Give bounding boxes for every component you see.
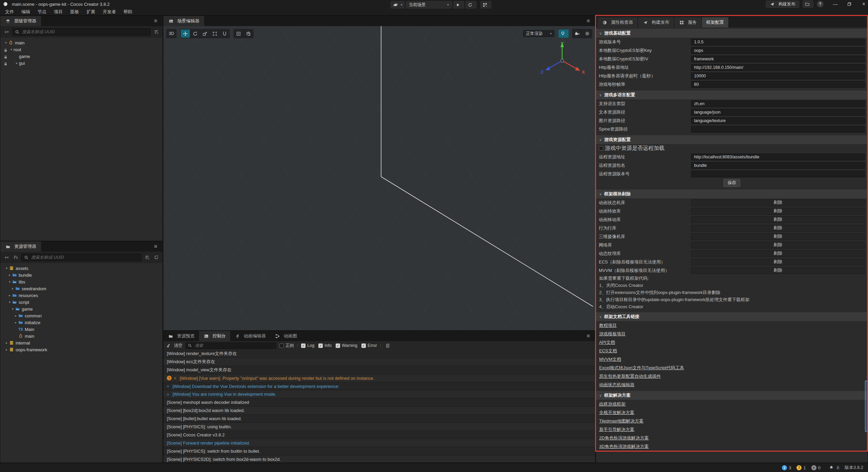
console-tab[interactable]: 动画编辑器: [230, 331, 270, 341]
tab-scene-editor[interactable]: 场景编辑器: [163, 16, 204, 26]
preview-platform-button[interactable]: ▾: [391, 1, 405, 8]
remove-button[interactable]: 剔除: [691, 199, 865, 206]
reload-button[interactable]: [466, 1, 476, 8]
scale-tool-button[interactable]: [200, 29, 210, 38]
menu-item[interactable]: 面板: [66, 9, 83, 15]
inspector-tab[interactable]: 构建发布: [638, 17, 674, 27]
menu-item[interactable]: 项目: [50, 9, 66, 15]
doc-link[interactable]: 战棋游戏框架: [599, 401, 626, 407]
rect-tool-button[interactable]: [210, 29, 219, 38]
tree-row[interactable]: ▸oops-framework: [0, 346, 162, 353]
log-row[interactable]: [Scene] Cocos Creator v3.8.2: [163, 431, 595, 439]
doc-link[interactable]: 动画状态机编辑器: [599, 382, 634, 388]
chevron-down-icon[interactable]: ▾: [7, 280, 12, 283]
console-tab[interactable]: 控制台: [199, 331, 230, 341]
section-header[interactable]: ∨游戏基础配置: [596, 29, 868, 38]
remove-button[interactable]: 剔除: [691, 233, 865, 240]
config-input[interactable]: [691, 39, 865, 45]
doc-link[interactable]: ECS文档: [599, 348, 617, 354]
log-row[interactable]: [Scene] [bullet]:bullet wasm lib loaded.: [163, 415, 595, 423]
qr-code-button[interactable]: [480, 1, 491, 8]
config-input[interactable]: [691, 64, 865, 71]
regex-checkbox[interactable]: 正则: [279, 343, 294, 349]
config-input[interactable]: [691, 109, 865, 116]
tree-row[interactable]: TSMain: [0, 326, 162, 333]
lighting-toggle-button[interactable]: [558, 29, 569, 38]
chevron-down-icon[interactable]: ▾: [9, 48, 14, 51]
remote-load-checkbox[interactable]: 游戏中资源是否远程加载: [599, 145, 665, 152]
doc-link[interactable]: Excel格式转Json文件与TypeScript代码工具: [599, 365, 684, 371]
config-input[interactable]: [691, 117, 865, 124]
section-header[interactable]: ∨游戏多语言配置: [596, 91, 868, 99]
chevron-down-icon[interactable]: ▾: [4, 267, 9, 270]
chevron-down-icon[interactable]: ▾: [4, 41, 8, 44]
tree-row[interactable]: ▸bundle: [0, 272, 162, 278]
view-gizmo[interactable]: Y X Z: [537, 40, 588, 84]
config-input[interactable]: [691, 126, 865, 133]
tree-row[interactable]: ▸internal: [0, 339, 162, 346]
log-row[interactable]: [Scene] [PHYSICS2D]: switch from box2d-w…: [163, 455, 595, 463]
log-filter-checkbox[interactable]: ✓Log: [301, 343, 314, 348]
tree-row[interactable]: ▾assets: [0, 265, 162, 272]
tree-row[interactable]: ▸gui: [0, 60, 162, 66]
console-tab[interactable]: 动画图: [270, 331, 301, 341]
pivot-toggle-button[interactable]: [234, 29, 243, 38]
assets-filter-button[interactable]: [144, 254, 151, 261]
menu-item[interactable]: 编辑: [18, 9, 34, 15]
log-filter-checkbox[interactable]: ✓Warning: [336, 343, 357, 348]
menu-item[interactable]: 开发者: [99, 9, 120, 15]
assets-search[interactable]: [21, 254, 141, 261]
expand-chevron-icon[interactable]: >: [167, 384, 170, 388]
doc-link[interactable]: MVVM文档: [599, 356, 621, 362]
log-row[interactable]: [Window] model_view文件夹存在: [163, 366, 595, 374]
chevron-right-icon[interactable]: ▸: [11, 287, 15, 290]
remove-button[interactable]: 剔除: [691, 208, 865, 215]
config-input[interactable]: [691, 100, 865, 107]
doc-link[interactable]: 2D角色扮演游戏解决方案: [599, 435, 649, 441]
sort-assets-button[interactable]: [12, 254, 19, 261]
expand-chevron-icon[interactable]: >: [167, 392, 170, 396]
doc-link[interactable]: API文档: [599, 339, 615, 346]
notification-counter[interactable]: 0: [829, 465, 839, 470]
remove-button[interactable]: 剔除: [691, 216, 865, 223]
tree-row[interactable]: ▸common: [0, 312, 162, 319]
chevron-right-icon[interactable]: ▸: [15, 61, 19, 65]
log-row[interactable]: [Window] ecs文件夹存在: [163, 358, 595, 366]
config-input[interactable]: [691, 47, 865, 54]
menu-item[interactable]: 扩展: [83, 9, 99, 15]
ui-transform-tool-button[interactable]: [220, 29, 229, 38]
tree-row[interactable]: game: [0, 53, 162, 60]
chevron-right-icon[interactable]: ▸: [7, 273, 12, 277]
section-header[interactable]: ∨框架文档工具链接: [596, 312, 868, 321]
config-input[interactable]: [691, 171, 865, 177]
close-button[interactable]: ×: [862, 1, 865, 7]
hierarchy-menu-button[interactable]: ≡: [149, 16, 162, 26]
scene-select[interactable]: 当前场景 ▾: [406, 1, 452, 8]
console-search-input[interactable]: [195, 343, 274, 348]
create-asset-button[interactable]: +▾: [3, 254, 10, 261]
chevron-down-icon[interactable]: ▾: [7, 300, 12, 304]
log-row[interactable]: [Scene] Forward render pipeline initiali…: [163, 439, 595, 447]
log-row[interactable]: !>[Window] [Vue warn]: Property "onInput…: [163, 374, 595, 382]
log-filter-checkbox[interactable]: ✓Info: [318, 343, 332, 348]
chevron-right-icon[interactable]: ▸: [14, 321, 18, 324]
remove-button[interactable]: 剔除: [691, 267, 865, 274]
inspector-tab[interactable]: 属性检查器: [597, 17, 637, 27]
doc-link[interactable]: 教程项目: [599, 322, 617, 329]
move-tool-button[interactable]: [181, 29, 190, 38]
tree-row[interactable]: ▾main: [0, 39, 162, 46]
warning-counter[interactable]: ! 1: [796, 465, 806, 470]
tree-row[interactable]: ▾root: [0, 46, 162, 53]
scene-viewport[interactable]: 3D: [163, 26, 595, 330]
render-mode-select[interactable]: 正常渲染 ▾: [522, 29, 555, 38]
section-header[interactable]: ∨框架模块剔除: [596, 190, 868, 198]
menu-item[interactable]: 节点: [34, 9, 50, 15]
remove-button[interactable]: 剔除: [691, 225, 865, 232]
menu-item[interactable]: 文件: [1, 9, 18, 15]
config-input[interactable]: [691, 81, 865, 88]
expand-chevron-icon[interactable]: >: [174, 376, 177, 380]
chevron-down-icon[interactable]: ▾: [11, 307, 15, 311]
remove-button[interactable]: 剔除: [691, 242, 865, 249]
clear-console-button[interactable]: 清空: [166, 343, 182, 349]
log-row[interactable]: [Scene] [box2d]:box2d wasm lib loaded.: [163, 407, 595, 415]
